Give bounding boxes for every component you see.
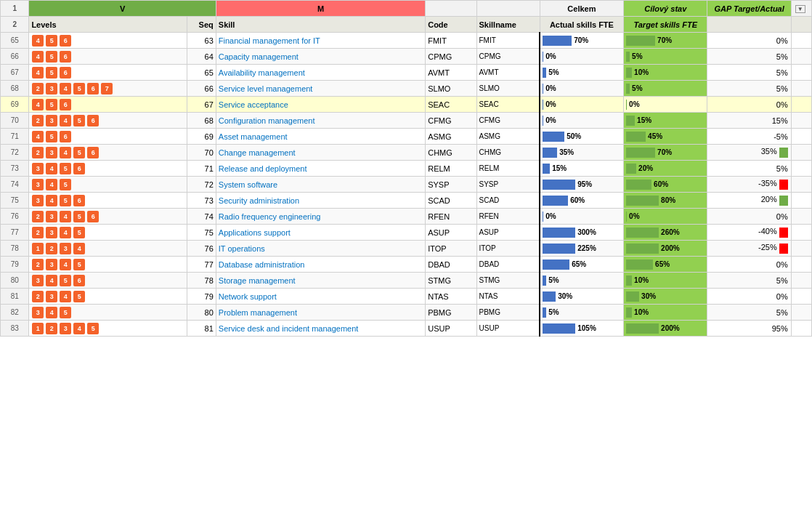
row-number: 80	[1, 273, 29, 289]
target-bar-cell: 70%	[626, 36, 705, 46]
seq-cell: 65	[187, 65, 216, 81]
level-badge-4: 4	[32, 67, 44, 79]
skill-cell[interactable]: Network support	[216, 289, 425, 305]
seq-cell: 81	[187, 321, 216, 337]
seq-cell: 80	[187, 305, 216, 321]
levels-cell: 3456	[29, 273, 187, 289]
gap-cell: 0%	[707, 289, 791, 305]
pct-value: 95%	[577, 180, 592, 188]
skill-cell[interactable]: Service acceptance	[216, 97, 425, 113]
seq-cell: 72	[187, 177, 216, 193]
levels-cell: 23456	[29, 145, 187, 161]
pct-value: 5%	[548, 68, 559, 76]
table-row: 74 345 72 System software SYSP SYSP 95% …	[1, 177, 812, 193]
target-bar-visual	[626, 116, 635, 126]
code-cell: ITOP	[426, 241, 476, 257]
skill-cell[interactable]: Change management	[216, 145, 425, 161]
bar-cell: 50%	[543, 132, 621, 142]
skill-cell[interactable]: Configuration management	[216, 113, 425, 129]
gap-filter[interactable]: ▼	[795, 5, 805, 13]
skill-cell[interactable]: Service level management	[216, 81, 425, 97]
bar-cell: 300%	[543, 228, 621, 238]
level-badge-4: 4	[60, 227, 71, 238]
skill-cell[interactable]: Applications support	[216, 225, 425, 241]
bar-visual	[543, 116, 543, 126]
gap-value: 0%	[776, 292, 788, 301]
skill-cell[interactable]: Storage management	[216, 273, 425, 289]
gap-cell: 0%	[707, 33, 791, 49]
skill-cell[interactable]: Database administration	[216, 257, 425, 273]
level-badge-6: 6	[60, 51, 71, 63]
actual-cell: 0%	[540, 97, 623, 113]
target-bar-visual	[626, 275, 632, 286]
gap-extra-col	[791, 321, 811, 337]
gap-cell: 95%	[707, 321, 791, 337]
bar-visual	[543, 68, 546, 78]
skill-cell[interactable]: Availability management	[216, 65, 425, 81]
target-bar-cell: 10%	[626, 307, 705, 318]
levels-cell: 23456	[29, 113, 187, 129]
target-pct-value: 0%	[629, 212, 639, 220]
pct-value: 0%	[545, 212, 556, 220]
skillname-cell: SYSP	[476, 177, 540, 193]
gap-value: 5%	[776, 84, 788, 93]
pct-value: 30%	[558, 292, 572, 300]
target-cell: 5%	[624, 81, 707, 97]
bar-cell: 35%	[543, 148, 621, 158]
pct-value: 15%	[552, 164, 567, 172]
skill-cell[interactable]: System software	[216, 177, 425, 193]
skill-cell[interactable]: Problem management	[216, 305, 425, 321]
m-header[interactable]: M	[216, 1, 425, 17]
table-row: 75 3456 73 Security administration SCAD …	[1, 193, 812, 209]
levels-header: Levels	[29, 17, 187, 33]
pct-value: 105%	[577, 324, 596, 332]
actual-cell: 0%	[540, 113, 623, 129]
target-bar-visual	[626, 68, 632, 78]
skillname-cell: SEAC	[476, 97, 540, 113]
gap-extra-col	[791, 113, 811, 129]
level-badge-4: 4	[60, 115, 71, 126]
level-badge-6: 6	[87, 83, 99, 94]
table-row: 73 3456 71 Release and deployment RELM R…	[1, 161, 812, 177]
row-number: 67	[1, 65, 29, 81]
skill-cell[interactable]: Capacity management	[216, 49, 425, 65]
gap-extra-col	[791, 129, 811, 145]
levels-cell: 456	[29, 65, 187, 81]
target-bar-cell: 65%	[626, 260, 705, 270]
skill-header: Skill	[216, 17, 425, 33]
level-badge-1: 1	[32, 323, 44, 334]
level-badge-5: 5	[73, 291, 85, 302]
gap-cell: 5%	[707, 81, 791, 97]
skill-cell[interactable]: Asset management	[216, 129, 425, 145]
level-badge-2: 2	[32, 83, 44, 94]
row-number: 68	[1, 81, 29, 97]
level-badge-5: 5	[60, 179, 71, 190]
skillname-header: Skillname	[476, 17, 540, 33]
target-cell: 45%	[624, 129, 707, 145]
skill-cell[interactable]: Service desk and incident management	[216, 321, 425, 337]
gap-value: 5%	[776, 68, 788, 77]
level-badge-3: 3	[46, 259, 57, 270]
pct-value: 60%	[570, 196, 585, 204]
skill-cell[interactable]: Security administration	[216, 193, 425, 209]
skill-cell[interactable]: Financial management for IT	[216, 33, 425, 49]
row-number: 81	[1, 289, 29, 305]
v-header[interactable]: V	[29, 1, 216, 17]
skill-cell[interactable]: Release and deployment	[216, 161, 425, 177]
seq-cell: 68	[187, 113, 216, 129]
gap-extra-col	[791, 209, 811, 225]
level-badge-4: 4	[60, 83, 71, 94]
gap-value: 35%	[761, 147, 777, 156]
target-pct-value: 5%	[632, 52, 642, 60]
level-badge-4: 4	[60, 211, 71, 222]
target-pct-value: 80%	[661, 196, 675, 204]
bar-visual	[543, 84, 543, 94]
table-row: 83 12345 81 Service desk and incident ma…	[1, 321, 812, 337]
skill-cell[interactable]: IT operations	[216, 241, 425, 257]
target-bar-visual	[626, 180, 651, 190]
skill-cell[interactable]: Radio frequency engineering	[216, 209, 425, 225]
target-bar-visual	[626, 148, 655, 158]
target-pct-value: 15%	[637, 116, 651, 124]
gap-cell: -35%	[707, 177, 791, 193]
level-badge-3: 3	[32, 275, 44, 286]
